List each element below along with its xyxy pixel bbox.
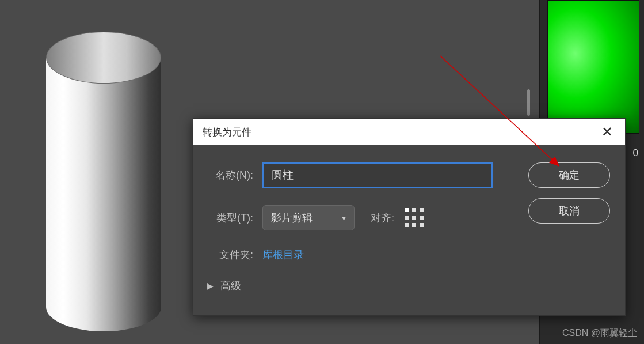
align-label: 对齐: [371, 211, 394, 225]
folder-label: 文件夹: [207, 248, 262, 262]
color-swatch[interactable] [547, 0, 639, 134]
name-input[interactable] [262, 162, 493, 188]
close-icon[interactable]: ✕ [599, 124, 616, 140]
cylinder-top [46, 32, 161, 84]
watermark: CSDN @雨翼轻尘 [562, 327, 637, 339]
cylinder-shape[interactable] [46, 32, 161, 328]
caret-right-icon: ▶ [207, 281, 214, 290]
chevron-down-icon: ▾ [342, 213, 346, 222]
cylinder-body [46, 58, 161, 331]
registration-grid[interactable] [405, 208, 424, 228]
dialog-body: 名称(N): 类型(T): 影片剪辑 ▾ 对齐: 文件夹: 库根目录 ▶ 高级 [193, 145, 625, 304]
type-dropdown[interactable]: 影片剪辑 ▾ [262, 205, 355, 230]
type-label: 类型(T): [207, 211, 262, 225]
panel-value: 0 [633, 148, 638, 159]
type-value: 影片剪辑 [271, 211, 313, 225]
convert-to-symbol-dialog: 转换为元件 ✕ 确定 取消 名称(N): 类型(T): 影片剪辑 ▾ 对齐: [193, 118, 626, 316]
dialog-titlebar: 转换为元件 ✕ [193, 119, 625, 145]
advanced-label: 高级 [220, 279, 241, 293]
name-label: 名称(N): [207, 168, 262, 182]
scrollbar-thumb[interactable] [527, 89, 530, 116]
dialog-title: 转换为元件 [203, 126, 251, 139]
folder-link[interactable]: 库根目录 [262, 248, 304, 262]
advanced-toggle[interactable]: ▶ 高级 [207, 279, 611, 293]
